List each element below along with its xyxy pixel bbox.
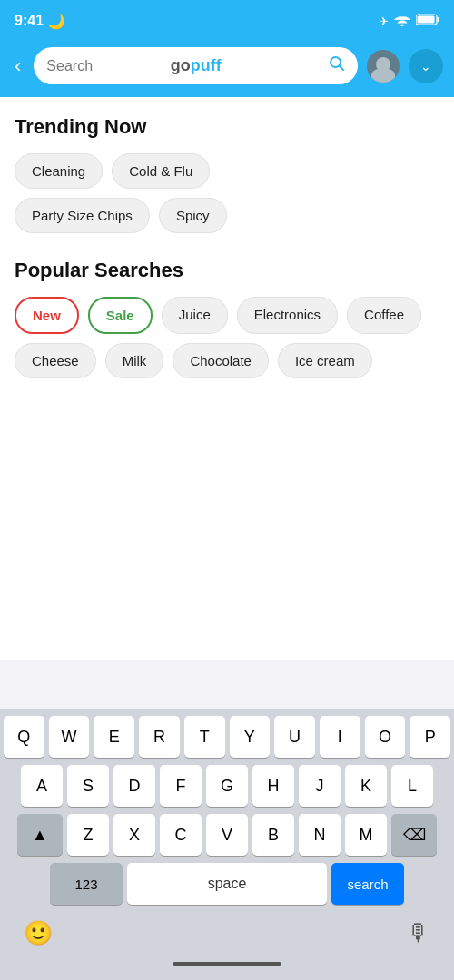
key-o[interactable]: O [365, 716, 406, 758]
key-u[interactable]: U [274, 716, 315, 758]
key-v[interactable]: V [206, 814, 248, 856]
key-p[interactable]: P [410, 716, 450, 758]
key-y[interactable]: Y [230, 716, 271, 758]
popular-section: Popular Searches New Sale Juice Electron… [15, 259, 439, 378]
trending-tag-spicy[interactable]: Spicy [159, 198, 227, 233]
chevron-down-icon: ⌄ [420, 60, 431, 73]
key-a[interactable]: A [21, 765, 63, 807]
keyboard: Q W E R T Y U I O P A S D F G H J K L ▲ … [0, 709, 454, 980]
search-icon [329, 55, 345, 76]
key-e[interactable]: E [94, 716, 134, 758]
key-j[interactable]: J [299, 765, 340, 807]
popular-tag-milk[interactable]: Milk [105, 343, 164, 378]
delete-icon: ⌫ [403, 825, 426, 845]
key-z[interactable]: Z [67, 814, 109, 856]
moon-icon: 🌙 [47, 13, 65, 30]
popular-tag-sale[interactable]: Sale [88, 297, 153, 334]
keyboard-row-2: A S D F G H J K L [4, 765, 450, 807]
trending-title: Trending Now [15, 115, 439, 139]
content-area: Trending Now Cleaning Cold & Flu Party S… [0, 97, 454, 660]
plane-icon: ✈ [379, 15, 389, 28]
trending-tag-party-chips[interactable]: Party Size Chips [15, 198, 150, 233]
dropdown-button[interactable]: ⌄ [409, 49, 443, 83]
search-bar-container: ‹ gopuff ⌄ [0, 40, 454, 97]
search-key[interactable]: search [331, 863, 404, 905]
key-t[interactable]: T [184, 716, 225, 758]
popular-tag-coffee[interactable]: Coffee [347, 297, 421, 334]
emoji-key[interactable]: 🙂 [15, 916, 62, 951]
shift-key[interactable]: ▲ [17, 814, 63, 856]
shift-icon: ▲ [32, 826, 48, 845]
key-k[interactable]: K [345, 765, 387, 807]
avatar[interactable] [367, 50, 400, 83]
key-q[interactable]: Q [4, 716, 44, 758]
key-r[interactable]: R [139, 716, 180, 758]
key-g[interactable]: G [206, 765, 248, 807]
popular-tag-electronics[interactable]: Electronics [237, 297, 338, 334]
popular-title: Popular Searches [15, 259, 439, 282]
avatar-body [371, 68, 395, 83]
svg-rect-1 [418, 16, 435, 24]
key-n[interactable]: N [299, 814, 340, 856]
trending-tags-row1: Cleaning Cold & Flu [15, 153, 439, 189]
popular-tags-row2: Cheese Milk Chocolate Ice cream [15, 343, 439, 378]
key-m[interactable]: M [345, 814, 387, 856]
popular-tag-new[interactable]: New [15, 297, 79, 334]
numbers-key[interactable]: 123 [50, 863, 123, 905]
key-h[interactable]: H [252, 765, 294, 807]
popular-tags-row1: New Sale Juice Electronics Coffee [15, 297, 439, 334]
key-b[interactable]: B [252, 814, 294, 856]
key-s[interactable]: S [67, 765, 109, 807]
time-label: 9:41 [15, 13, 44, 29]
svg-line-4 [340, 66, 344, 71]
key-l[interactable]: L [391, 765, 433, 807]
keyboard-extras-row: 🙂 🎙 [4, 912, 450, 951]
delete-key[interactable]: ⌫ [391, 814, 437, 856]
wifi-icon [394, 14, 410, 29]
popular-tag-ice-cream[interactable]: Ice cream [278, 343, 372, 378]
trending-tag-cleaning[interactable]: Cleaning [15, 153, 103, 189]
key-i[interactable]: I [320, 716, 360, 758]
search-input[interactable] [46, 58, 321, 74]
keyboard-bottom-row: 123 space search [4, 863, 450, 905]
key-f[interactable]: F [160, 765, 202, 807]
status-time: 9:41 🌙 [15, 13, 65, 30]
home-bar [173, 962, 281, 966]
battery-icon [416, 14, 439, 28]
key-w[interactable]: W [49, 716, 90, 758]
space-key[interactable]: space [127, 863, 327, 905]
back-button[interactable]: ‹ [11, 51, 25, 82]
popular-tag-cheese[interactable]: Cheese [15, 343, 96, 378]
mic-key[interactable]: 🎙 [398, 916, 439, 951]
home-indicator [4, 951, 450, 976]
key-x[interactable]: X [114, 814, 155, 856]
trending-tags-row2: Party Size Chips Spicy [15, 198, 439, 233]
popular-tag-chocolate[interactable]: Chocolate [173, 343, 269, 378]
key-c[interactable]: C [160, 814, 202, 856]
search-bar[interactable]: gopuff [34, 47, 358, 84]
trending-tag-cold-flu[interactable]: Cold & Flu [112, 153, 210, 189]
keyboard-row-3: ▲ Z X C V B N M ⌫ [4, 814, 450, 856]
keyboard-row-1: Q W E R T Y U I O P [4, 716, 450, 758]
popular-tag-juice[interactable]: Juice [162, 297, 228, 334]
key-d[interactable]: D [114, 765, 155, 807]
status-bar: 9:41 🌙 ✈ [0, 0, 454, 40]
status-icons: ✈ [379, 14, 439, 29]
svg-rect-2 [438, 17, 439, 22]
